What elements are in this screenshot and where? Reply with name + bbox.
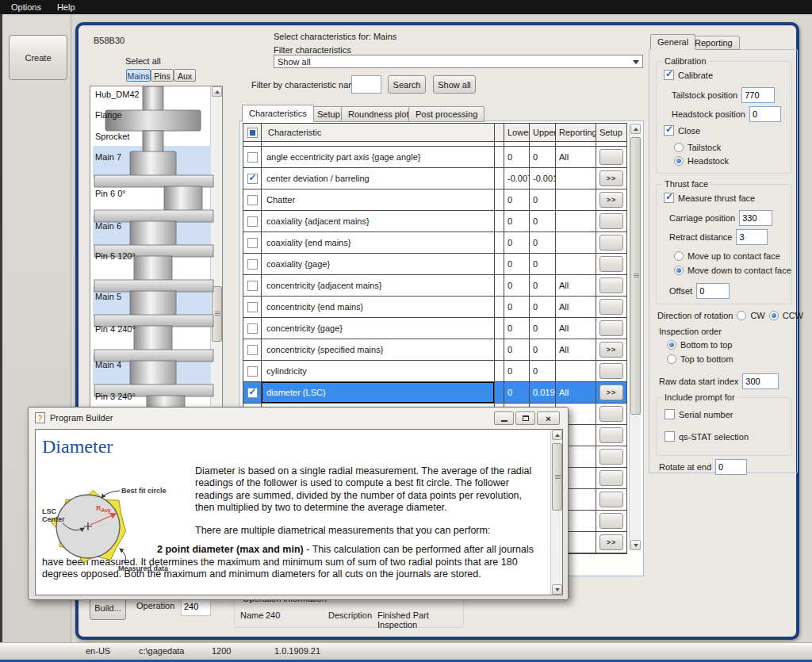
part-tab-aux[interactable]: Aux	[174, 69, 196, 82]
part-item[interactable]: Pin 3 240°	[95, 392, 136, 401]
setup-button[interactable]	[599, 277, 623, 293]
table-row[interactable]: Chatter00>>	[243, 189, 626, 211]
row-checkbox[interactable]	[247, 323, 258, 334]
row-checkbox[interactable]	[247, 174, 258, 184]
select-all-checkbox[interactable]	[247, 128, 258, 138]
setup-button[interactable]	[599, 470, 623, 486]
scroll-thumb[interactable]	[212, 286, 222, 342]
bottom-to-top-radio[interactable]	[667, 340, 676, 350]
setup-button[interactable]	[599, 149, 623, 165]
raw-data-start-index-input[interactable]	[742, 373, 779, 389]
tab-post-processing[interactable]: Post processing	[408, 106, 485, 122]
minimize-button[interactable]	[494, 411, 514, 425]
setup-button[interactable]	[599, 513, 623, 529]
setup-button[interactable]	[599, 363, 623, 379]
setup-button[interactable]: >>	[599, 385, 623, 400]
part-tab-mains[interactable]: Mains	[126, 69, 151, 82]
scroll-thumb[interactable]	[552, 443, 562, 511]
part-item[interactable]: Pin 6 0°	[95, 189, 126, 198]
row-checkbox[interactable]	[247, 216, 258, 227]
close-checkbox[interactable]	[664, 125, 674, 136]
setup-button[interactable]: >>	[599, 170, 623, 186]
row-checkbox[interactable]	[247, 388, 258, 398]
tab-roundness-plot[interactable]: Roundness plot	[341, 106, 416, 122]
close-button[interactable]: ×	[537, 411, 560, 425]
name-filter-input[interactable]	[351, 75, 381, 94]
scroll-down-arrow[interactable]	[630, 540, 641, 550]
tailstock-position-input[interactable]	[741, 87, 775, 103]
move-up-radio[interactable]	[674, 251, 684, 261]
row-checkbox[interactable]	[247, 195, 258, 205]
setup-button[interactable]	[599, 235, 623, 251]
top-to-bottom-radio[interactable]	[667, 354, 676, 364]
scroll-down-arrow[interactable]	[552, 584, 562, 595]
setup-button[interactable]	[599, 406, 623, 422]
dialog-titlebar[interactable]: ? Program Builder ×	[29, 408, 568, 428]
show-all-button[interactable]: Show all	[433, 75, 476, 94]
part-item[interactable]: Pin 4 240°	[95, 324, 136, 334]
headstock-position-input[interactable]	[749, 106, 781, 122]
table-row[interactable]: concentricity {specified mains}00All>>	[243, 339, 626, 361]
scroll-up-arrow[interactable]	[552, 430, 562, 440]
table-row[interactable]: center deviation / barreling-0.007-0.001…	[243, 168, 626, 189]
part-item[interactable]: Flange	[95, 110, 122, 120]
retract-distance-input[interactable]	[736, 229, 768, 245]
row-checkbox[interactable]	[247, 302, 258, 312]
dialog-scrollbar[interactable]	[550, 430, 562, 595]
rotate-at-end-input[interactable]	[715, 459, 747, 475]
menu-item-options[interactable]: Options	[3, 1, 49, 13]
table-scrollbar[interactable]	[629, 124, 641, 550]
measure-thrust-face-checkbox[interactable]	[664, 193, 674, 203]
move-down-radio[interactable]	[674, 266, 684, 275]
headstock-radio[interactable]	[674, 156, 684, 166]
qs-stat-checkbox[interactable]	[665, 431, 675, 442]
table-row[interactable]: coaxiality {gage}00	[243, 254, 626, 275]
tab-characteristics[interactable]: Characteristics	[242, 105, 314, 122]
row-checkbox[interactable]	[247, 281, 258, 291]
table-row[interactable]: cylindricity00	[243, 361, 626, 382]
table-row[interactable]: concentricity {gage}00All	[243, 318, 626, 339]
setup-button[interactable]	[599, 256, 623, 272]
setup-button[interactable]	[599, 492, 623, 507]
table-row[interactable]: concentricity {end mains}00All	[243, 297, 626, 318]
part-item[interactable]: Main 4	[95, 360, 121, 369]
cw-radio[interactable]	[737, 311, 746, 320]
search-button[interactable]: Search	[388, 75, 426, 94]
carriage-position-input[interactable]	[739, 210, 772, 226]
row-checkbox[interactable]	[247, 345, 258, 355]
setup-button[interactable]: >>	[599, 534, 623, 550]
scroll-up-arrow[interactable]	[212, 86, 222, 97]
setup-button[interactable]	[599, 427, 623, 443]
setup-button[interactable]	[599, 299, 623, 315]
part-item[interactable]: Main 5	[95, 292, 121, 301]
calibrate-checkbox[interactable]	[664, 70, 674, 80]
part-item[interactable]: Main 6	[95, 221, 121, 231]
offset-input[interactable]	[696, 283, 730, 299]
scroll-thumb[interactable]	[630, 137, 641, 415]
part-tab-pins[interactable]: Pins	[151, 69, 174, 82]
setup-button[interactable]	[599, 320, 623, 336]
setup-button[interactable]	[599, 449, 623, 465]
create-button[interactable]: Create	[9, 35, 67, 80]
scroll-up-arrow[interactable]	[630, 124, 641, 134]
tailstock-radio[interactable]	[674, 143, 684, 152]
setup-button[interactable]	[599, 213, 623, 229]
table-row[interactable]: angle eccentricity part axis {gage angle…	[243, 147, 626, 168]
tab-general[interactable]: General	[650, 34, 695, 50]
part-item[interactable]: Sprocket	[95, 132, 129, 141]
filter-dropdown[interactable]: Show all	[274, 55, 643, 68]
table-row[interactable]: coaxiality {end mains}00	[243, 232, 626, 254]
serial-number-checkbox[interactable]	[665, 409, 675, 419]
row-checkbox[interactable]	[247, 238, 258, 248]
maximize-button[interactable]	[515, 411, 535, 425]
table-row[interactable]: coaxiality {adjacent mains}00	[243, 211, 626, 232]
setup-button[interactable]: >>	[599, 342, 623, 358]
row-checkbox[interactable]	[247, 366, 258, 377]
part-item[interactable]: Main 7	[95, 152, 121, 162]
part-item[interactable]: Hub_DM42	[95, 90, 140, 99]
setup-button[interactable]: >>	[599, 192, 623, 208]
part-item[interactable]: Pin 5 120°	[95, 251, 136, 261]
table-row[interactable]: concentricity {adjacent mains}00All	[243, 275, 626, 297]
row-checkbox[interactable]	[247, 152, 258, 163]
table-row[interactable]: diameter (LSC)00.019All>>	[243, 382, 626, 404]
